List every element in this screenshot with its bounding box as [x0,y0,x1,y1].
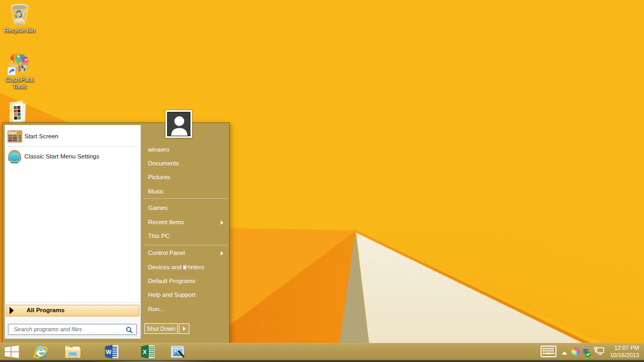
svg-text:X: X [143,349,147,355]
svg-text:W: W [106,349,112,355]
svg-text:Start: Start [8,131,18,135]
